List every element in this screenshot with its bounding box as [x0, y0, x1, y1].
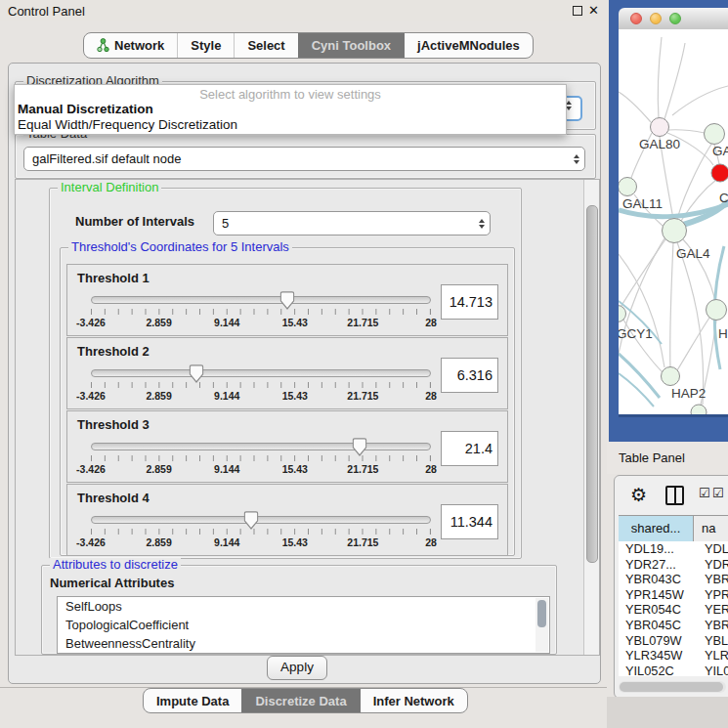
slider-thumb[interactable]: [189, 364, 203, 383]
thresholds-group: Threshold's Coordinates for 5 Intervals …: [60, 247, 515, 556]
network-node[interactable]: [711, 164, 728, 182]
table-panel-titlebar: Table Panel: [607, 442, 728, 474]
slider-track[interactable]: [91, 369, 431, 377]
threshold-4-value-field[interactable]: 11.344: [441, 504, 498, 539]
zoom-traffic-light[interactable]: [669, 13, 681, 24]
threshold-1-value-field[interactable]: 14.713: [441, 284, 498, 320]
apply-button[interactable]: Apply: [267, 656, 327, 680]
popup-option-equal-width[interactable]: Equal Width/Frequency Discretization: [18, 117, 237, 132]
network-edge[interactable]: [677, 242, 704, 405]
column-header-shared[interactable]: shared...: [619, 516, 694, 541]
numerical-attributes-list: SelfLoops TopologicalCoefficient Between…: [57, 596, 550, 654]
slider-track[interactable]: [91, 296, 431, 304]
minimize-traffic-light[interactable]: [650, 13, 662, 24]
table-row[interactable]: YPR145WYPR1: [619, 587, 728, 603]
tab-impute-data[interactable]: Impute Data: [144, 689, 241, 712]
network-window-titlebar[interactable]: [619, 8, 728, 30]
vertical-scrollbar[interactable]: [583, 180, 599, 655]
network-edge[interactable]: [668, 130, 705, 133]
table-row[interactable]: YBL079WYBL0: [619, 633, 728, 649]
network-edge[interactable]: [658, 37, 662, 118]
table-panel-title: Table Panel: [619, 450, 685, 465]
scrollbar-thumb[interactable]: [620, 682, 723, 692]
threshold-2-slider[interactable]: -3.426 2.859 9.144 15.43 21.715 28: [91, 364, 431, 404]
table-row[interactable]: YBR045CYBR0: [619, 618, 728, 633]
network-edge[interactable]: [670, 242, 673, 367]
float-window-icon[interactable]: [573, 6, 582, 16]
combo-arrows-icon: [474, 219, 490, 229]
network-node-label: H: [718, 326, 728, 341]
network-node[interactable]: [619, 306, 626, 322]
list-item[interactable]: BetweennessCentrality: [58, 634, 549, 653]
network-edge[interactable]: [677, 318, 709, 370]
tab-cyni-toolbox[interactable]: Cyni Toolbox: [298, 33, 404, 58]
network-edge[interactable]: [620, 239, 665, 309]
slider-thumb[interactable]: [243, 511, 258, 530]
network-node[interactable]: [707, 300, 727, 321]
slider-thumb[interactable]: [279, 291, 294, 310]
table-row[interactable]: YIL052CYIL0: [619, 664, 728, 676]
list-scrollbar[interactable]: [535, 598, 548, 652]
table-row[interactable]: YBR043CYBR0: [619, 572, 728, 587]
tab-jactivemnodules[interactable]: jActiveMNodules: [404, 33, 533, 58]
threshold-4-slider[interactable]: -3.426 2.859 9.144 15.43 21.715 28: [91, 511, 431, 550]
popup-option-manual[interactable]: Manual Discretization: [18, 102, 153, 116]
network-edge[interactable]: [672, 86, 728, 115]
tab-style[interactable]: Style: [177, 33, 234, 58]
interval-definition-group: Interval Definition Number of Intervals …: [49, 188, 522, 559]
threshold-2-value-field[interactable]: 6.316: [441, 358, 498, 393]
checkbox-icon[interactable]: ☑: [699, 487, 710, 499]
scrollbar-thumb[interactable]: [537, 600, 546, 627]
network-node[interactable]: [691, 405, 707, 417]
table-panel: ⚙ ☑ ☑ shared... na YDL19...YDL1 YDR27...…: [614, 475, 728, 699]
algorithm-popup: Select algorithm to view settings Manual…: [14, 84, 567, 135]
control-panel-titlebar: Control Panel ✕: [0, 0, 607, 21]
threshold-3-value-field[interactable]: 21.4: [441, 431, 498, 466]
popup-hint: Select algorithm to view settings: [15, 87, 566, 102]
close-traffic-light[interactable]: [630, 13, 642, 24]
threshold-1-slider[interactable]: -3.426 2.859 9.144 15.43 21.715 28: [91, 291, 431, 330]
list-item[interactable]: SelfLoops: [58, 597, 549, 616]
table-row[interactable]: YER054CYER0: [619, 602, 728, 618]
tab-discretize-data[interactable]: Discretize Data: [241, 689, 359, 712]
tab-network[interactable]: Network: [84, 33, 177, 58]
slider-ticks: [91, 309, 431, 315]
threshold-2-label: Threshold 2: [77, 344, 150, 359]
table-row[interactable]: YLR345WYLR3: [619, 648, 728, 664]
list-item[interactable]: TopologicalCoefficient: [58, 616, 549, 634]
slider-thumb[interactable]: [352, 438, 366, 456]
network-edge[interactable]: [619, 92, 651, 122]
num-intervals-value: 5: [214, 216, 474, 231]
network-node-label: HAP2: [671, 386, 706, 401]
split-columns-icon[interactable]: [665, 486, 684, 505]
network-tab-icon: [97, 38, 109, 53]
table-data-combobox[interactable]: galFiltered.sif default node: [23, 147, 585, 171]
network-node[interactable]: [663, 219, 687, 243]
background: [607, 697, 728, 728]
network-node[interactable]: [662, 367, 680, 386]
network-node[interactable]: [705, 124, 725, 145]
checkbox-icon[interactable]: ☑: [712, 487, 724, 499]
num-intervals-combobox[interactable]: 5: [213, 211, 491, 236]
tab-select[interactable]: Select: [234, 33, 297, 58]
network-node-label: GA: [712, 144, 728, 158]
column-header-name[interactable]: na: [694, 516, 728, 541]
network-node-label: C: [719, 191, 728, 205]
scrollbar-thumb[interactable]: [586, 205, 598, 563]
gear-icon[interactable]: ⚙: [630, 484, 647, 506]
cyni-toolbox-panel: Discretization Algorithm Table Data galF…: [8, 63, 601, 684]
network-edge[interactable]: [619, 373, 654, 407]
threshold-3-panel: Threshold 3 -3.426 2.859 9.144: [66, 410, 508, 483]
close-icon[interactable]: ✕: [588, 3, 599, 19]
network-node[interactable]: [651, 118, 669, 137]
table-row[interactable]: YDR27...YDR2: [619, 557, 728, 573]
network-canvas[interactable]: GAL80GACGAL11GAL4GCY1HHAP2: [619, 29, 728, 417]
table-row[interactable]: YDL19...YDL1: [619, 541, 728, 557]
network-edge[interactable]: [677, 143, 712, 219]
tab-infer-network[interactable]: Infer Network: [360, 689, 467, 712]
slider-track[interactable]: [91, 443, 431, 450]
slider-track[interactable]: [91, 516, 431, 524]
horizontal-scrollbar[interactable]: [619, 681, 726, 693]
network-node[interactable]: [619, 178, 637, 196]
threshold-3-slider[interactable]: -3.426 2.859 9.144 15.43 21.715 28: [91, 438, 431, 477]
